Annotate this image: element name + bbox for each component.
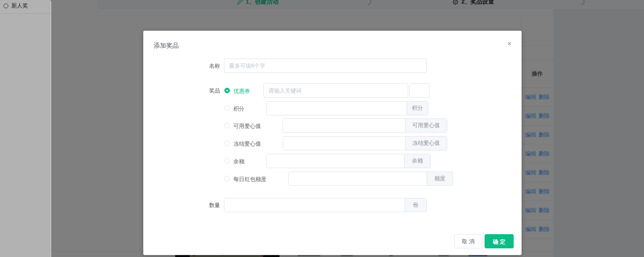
available-love-suffix: 可用爱心值 xyxy=(405,119,447,132)
quantity-input[interactable] xyxy=(224,198,405,212)
coupon-radio-label: 优惠券 xyxy=(233,88,250,94)
daily-packet-input[interactable] xyxy=(289,172,427,185)
frozen-love-radio[interactable] xyxy=(224,141,230,146)
points-radio[interactable] xyxy=(224,105,230,111)
daily-packet-suffix: 额度 xyxy=(427,172,453,185)
name-field-label: 名称 xyxy=(153,59,220,73)
balance-input[interactable] xyxy=(266,154,404,168)
cancel-button[interactable]: 取 消 xyxy=(454,234,482,248)
available-love-input[interactable] xyxy=(283,119,405,132)
add-prize-dialog: 添加奖品 × 名称 奖品 优惠券 积分 积分 可用爱心值 可用爱心值 冻结 xyxy=(143,31,522,255)
coupon-keyword-input[interactable] xyxy=(263,83,408,98)
close-icon[interactable]: × xyxy=(505,39,514,48)
points-input[interactable] xyxy=(266,102,407,115)
name-input[interactable] xyxy=(224,59,427,73)
confirm-button[interactable]: 确 定 xyxy=(485,234,514,248)
quantity-field-label: 数量 xyxy=(153,198,220,212)
available-love-radio[interactable] xyxy=(224,123,230,128)
prize-field-label: 奖品 xyxy=(153,83,220,98)
sidebar-dim-overlay xyxy=(0,0,51,257)
frozen-love-input[interactable] xyxy=(283,137,405,150)
daily-packet-radio[interactable] xyxy=(224,176,230,181)
coupon-radio[interactable] xyxy=(224,88,230,93)
points-radio-label: 积分 xyxy=(233,105,244,112)
balance-suffix: 余额 xyxy=(404,154,430,168)
available-love-radio-label: 可用爱心值 xyxy=(233,123,261,129)
sidebar: 新人奖 xyxy=(0,0,51,257)
app-window: 1、创建活动 2、奖品设置 xyxy=(0,0,644,257)
balance-radio[interactable] xyxy=(224,158,230,164)
dialog-title: 添加奖品 xyxy=(154,42,179,50)
coupon-select-box[interactable] xyxy=(409,83,429,98)
frozen-love-radio-label: 冻结爱心值 xyxy=(233,141,261,147)
points-suffix: 积分 xyxy=(407,102,428,115)
quantity-suffix: 份 xyxy=(405,198,426,212)
balance-radio-label: 余额 xyxy=(233,158,244,165)
daily-packet-radio-label: 每日红包额度 xyxy=(233,176,266,182)
frozen-love-suffix: 冻结爱心值 xyxy=(405,137,447,150)
